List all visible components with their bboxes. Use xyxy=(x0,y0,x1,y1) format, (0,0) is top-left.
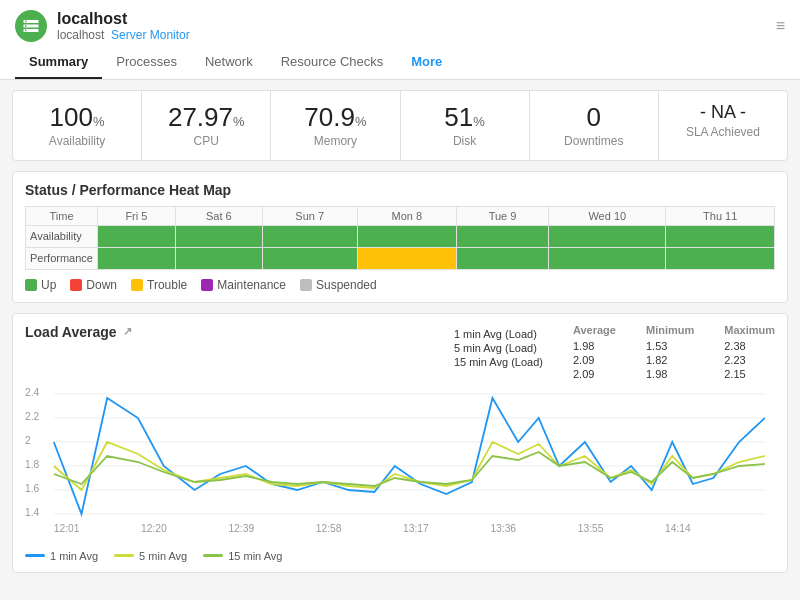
heatmap-title: Status / Performance Heat Map xyxy=(25,182,775,198)
external-link-icon[interactable]: ↗ xyxy=(123,325,132,338)
heatmap-col-sat6: Sat 6 xyxy=(175,206,262,225)
nav-tabs: Summary Processes Network Resource Check… xyxy=(15,46,785,79)
heatmap-cell-trouble xyxy=(357,247,456,269)
svg-text:1.4: 1.4 xyxy=(25,507,40,518)
server-info: localhost localhost Server Monitor xyxy=(57,10,766,42)
heatmap-col-mon8: Mon 8 xyxy=(357,206,456,225)
stat-label-15min: 15 min Avg (Load) xyxy=(454,356,543,368)
svg-text:2.4: 2.4 xyxy=(25,387,40,398)
legend-15min: 15 min Avg xyxy=(203,550,282,562)
stat-maximums: Maximum 2.38 2.23 2.15 xyxy=(724,324,775,380)
svg-text:1.6: 1.6 xyxy=(25,483,40,494)
svg-text:2.2: 2.2 xyxy=(25,411,40,422)
heatmap-col-sun7: Sun 7 xyxy=(262,206,357,225)
svg-text:1.8: 1.8 xyxy=(25,459,40,470)
server-name: localhost xyxy=(57,10,766,28)
availability-label: Availability xyxy=(21,134,133,148)
legend-15min-line xyxy=(203,554,223,557)
legend-5min-line xyxy=(114,554,134,557)
legend-maintenance: Maintenance xyxy=(201,278,286,292)
heatmap-cell xyxy=(175,225,262,247)
metric-memory: 70.9% Memory xyxy=(271,91,400,160)
server-sub: localhost Server Monitor xyxy=(57,28,766,42)
heatmap-cell xyxy=(262,247,357,269)
heatmap-cell xyxy=(97,225,175,247)
legend-suspended-dot xyxy=(300,279,312,291)
disk-label: Disk xyxy=(409,134,521,148)
heatmap-cell xyxy=(357,225,456,247)
stat-label-5min: 5 min Avg (Load) xyxy=(454,342,543,354)
page-header: localhost localhost Server Monitor ≡ Sum… xyxy=(0,0,800,80)
heatmap-col-fri5: Fri 5 xyxy=(97,206,175,225)
legend-maintenance-dot xyxy=(201,279,213,291)
memory-label: Memory xyxy=(279,134,391,148)
legend-1min-line xyxy=(25,554,45,557)
stat-label-1min: 1 min Avg (Load) xyxy=(454,328,543,340)
svg-text:13:36: 13:36 xyxy=(490,523,516,534)
heatmap-col-wed10: Wed 10 xyxy=(549,206,666,225)
stat-minimums: Minimum 1.53 1.82 1.98 xyxy=(646,324,694,380)
server-icon xyxy=(15,10,47,42)
disk-value: 51% xyxy=(409,103,521,132)
menu-icon[interactable]: ≡ xyxy=(776,17,785,35)
svg-text:12:01: 12:01 xyxy=(54,523,80,534)
chart-header: Load Average ↗ 1 min Avg (Load) 5 min Av… xyxy=(25,324,775,380)
heatmap-col-thu11: Thu 11 xyxy=(666,206,775,225)
heatmap-cell xyxy=(549,247,666,269)
svg-text:13:17: 13:17 xyxy=(403,523,429,534)
stat-labels: 1 min Avg (Load) 5 min Avg (Load) 15 min… xyxy=(454,324,543,380)
chart-stats: 1 min Avg (Load) 5 min Avg (Load) 15 min… xyxy=(454,324,775,380)
chart-legend: 1 min Avg 5 min Avg 15 min Avg xyxy=(25,550,775,562)
availability-value: 100% xyxy=(21,103,133,132)
legend-down: Down xyxy=(70,278,117,292)
metric-cpu: 27.97% CPU xyxy=(142,91,271,160)
tab-resource-checks[interactable]: Resource Checks xyxy=(267,46,398,79)
heatmap-cell xyxy=(666,247,775,269)
tab-more[interactable]: More xyxy=(397,46,456,79)
heatmap-table: Time Fri 5 Sat 6 Sun 7 Mon 8 Tue 9 Wed 1… xyxy=(25,206,775,270)
load-average-section: Load Average ↗ 1 min Avg (Load) 5 min Av… xyxy=(12,313,788,573)
metric-disk: 51% Disk xyxy=(401,91,530,160)
tab-network[interactable]: Network xyxy=(191,46,267,79)
downtimes-value: 0 xyxy=(538,103,650,132)
svg-text:2: 2 xyxy=(25,435,31,446)
cpu-label: CPU xyxy=(150,134,262,148)
heatmap-row-performance: Performance xyxy=(26,247,775,269)
chart-area: 2.4 2.2 2 1.8 1.6 1.4 12:01 12:20 12:39 … xyxy=(25,384,775,544)
heatmap-cell xyxy=(97,247,175,269)
heatmap-cell xyxy=(262,225,357,247)
cpu-value: 27.97% xyxy=(150,103,262,132)
heatmap-cell xyxy=(456,225,548,247)
tab-summary[interactable]: Summary xyxy=(15,46,102,79)
legend-trouble: Trouble xyxy=(131,278,187,292)
heatmap-section: Status / Performance Heat Map Time Fri 5… xyxy=(12,171,788,303)
heatmap-cell xyxy=(456,247,548,269)
tab-processes[interactable]: Processes xyxy=(102,46,191,79)
legend-1min: 1 min Avg xyxy=(25,550,98,562)
heatmap-cell xyxy=(666,225,775,247)
svg-text:12:39: 12:39 xyxy=(228,523,254,534)
server-monitor-link[interactable]: Server Monitor xyxy=(111,28,190,42)
load-chart-svg: 2.4 2.2 2 1.8 1.6 1.4 12:01 12:20 12:39 … xyxy=(25,384,775,544)
svg-text:12:58: 12:58 xyxy=(316,523,342,534)
legend-down-dot xyxy=(70,279,82,291)
downtimes-label: Downtimes xyxy=(538,134,650,148)
legend-up: Up xyxy=(25,278,56,292)
svg-text:13:55: 13:55 xyxy=(578,523,604,534)
chart-title: Load Average ↗ xyxy=(25,324,132,340)
heatmap-cell xyxy=(175,247,262,269)
stat-averages: Average 1.98 2.09 2.09 xyxy=(573,324,616,380)
legend-suspended: Suspended xyxy=(300,278,377,292)
heatmap-cell xyxy=(549,225,666,247)
sla-value: - NA - xyxy=(667,103,779,123)
metric-sla: - NA - SLA Achieved xyxy=(659,91,787,160)
metric-downtimes: 0 Downtimes xyxy=(530,91,659,160)
sla-label: SLA Achieved xyxy=(667,125,779,139)
legend-5min: 5 min Avg xyxy=(114,550,187,562)
metrics-bar: 100% Availability 27.97% CPU 70.9% Memor… xyxy=(12,90,788,161)
metric-availability: 100% Availability xyxy=(13,91,142,160)
memory-value: 70.9% xyxy=(279,103,391,132)
main-content: 100% Availability 27.97% CPU 70.9% Memor… xyxy=(0,80,800,600)
heatmap-label-performance: Performance xyxy=(26,247,98,269)
heatmap-col-tue9: Tue 9 xyxy=(456,206,548,225)
